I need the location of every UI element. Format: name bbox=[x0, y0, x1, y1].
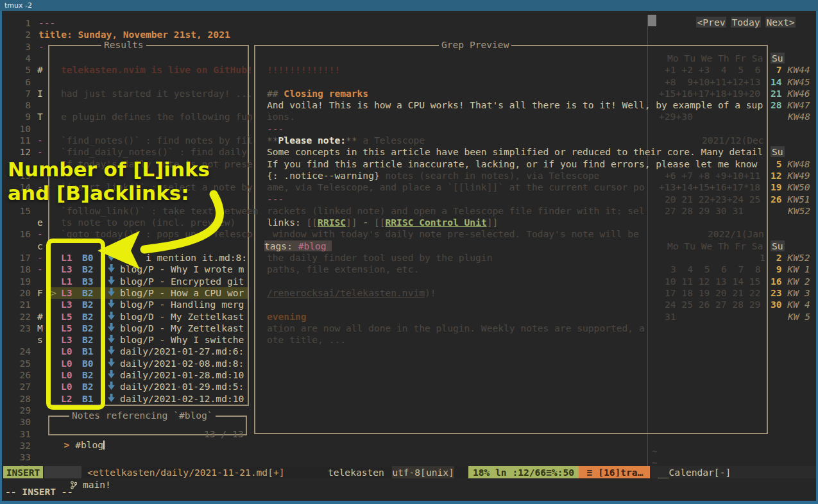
calendar-dim-week: 27 28 29 30 31 bbox=[665, 205, 744, 217]
line-number: 26 bbox=[12, 369, 31, 381]
line-number: 32 bbox=[12, 440, 31, 451]
calendar-week-label: KW48 bbox=[788, 111, 810, 122]
calendar-date[interactable]: 2 KW52 bbox=[771, 252, 810, 264]
line-number: 29 bbox=[12, 405, 31, 416]
calendar-date[interactable]: 12 KW49 bbox=[771, 170, 810, 181]
line-number: 1 bbox=[12, 17, 31, 29]
annotation-text-line1: Number of [L]inks bbox=[8, 158, 210, 181]
statusline: INSERT main! <ettelkasten/daily/2021-11-… bbox=[2, 466, 816, 478]
result-filename: daily/2021-01-29.md:5: bbox=[120, 381, 244, 392]
calendar-prev-button[interactable]: <Prev bbox=[696, 17, 726, 28]
grep-preview-panel-title: Grep Preview bbox=[439, 40, 511, 50]
filename-segment: <ettelkasten/daily/2021-11-21.md[+] bbox=[87, 466, 285, 478]
calendar-today-button[interactable]: Today bbox=[731, 17, 761, 28]
mode-indicator: INSERT bbox=[3, 466, 43, 478]
result-filename: daily/2021-02-12.md:10 bbox=[120, 393, 244, 405]
prompt-query: #blog bbox=[75, 439, 103, 450]
buffer-gutter-char: M bbox=[37, 323, 43, 334]
calendar-dim-week: 10 11 12 13 14 15 bbox=[665, 276, 760, 287]
line-number: 9 bbox=[12, 111, 31, 122]
results-dim-line: had just started it yesterday! ... bbox=[61, 88, 253, 99]
preview-line: Some concepts in this article have been … bbox=[267, 146, 767, 158]
buffer-gutter-char: - bbox=[37, 135, 43, 146]
preview-line: window with today's daily note pre-selec… bbox=[267, 228, 639, 240]
annotation-text-line2: and [B]acklinks: bbox=[8, 181, 189, 205]
result-filename: blog/P - Why I switche bbox=[120, 334, 244, 346]
calendar-date[interactable]: 26 KW51 bbox=[771, 194, 810, 205]
buffer-line-dash: - bbox=[38, 41, 44, 53]
buffer-gutter-char: F bbox=[37, 287, 43, 299]
buffer-gutter-char: - bbox=[37, 264, 43, 275]
calendar-dim-week: +8 9+10+11+12+13 bbox=[665, 76, 760, 88]
calendar-date[interactable]: 5 KW48 bbox=[771, 158, 810, 170]
line-number: 17 bbox=[12, 252, 31, 264]
calendar-date[interactable]: 9 KW 1 bbox=[771, 264, 810, 275]
preview-line: If you find this article inaccurate, lac… bbox=[267, 158, 767, 170]
calendar-date[interactable]: 16 KW 2 bbox=[771, 276, 810, 287]
line-number: 25 bbox=[12, 358, 31, 369]
calendar-week-label: KW52 bbox=[788, 205, 810, 217]
plugin-name: telekasten bbox=[328, 466, 384, 478]
line-number: 31 bbox=[12, 428, 31, 440]
calendar-su-header: Su bbox=[771, 53, 785, 64]
prompt-counter: 13 / 13 bbox=[204, 428, 244, 440]
preview-line: **Please note:** a Telescope bbox=[267, 135, 425, 146]
line-number: 5 bbox=[12, 64, 31, 76]
preview-line: !!!!!!!!!!!!! bbox=[267, 64, 340, 76]
calendar-date[interactable]: 30 KW 4 bbox=[771, 299, 810, 310]
down-arrow-icon bbox=[108, 323, 115, 334]
line-number: 6 bbox=[12, 76, 31, 88]
preview-line: {: .notice--warning} notes (search in no… bbox=[267, 170, 599, 181]
prompt-panel-title: Notes referencing `#blog` bbox=[69, 410, 216, 421]
calendar-date[interactable]: 28 KW47 bbox=[771, 99, 810, 111]
line-number: 19 bbox=[12, 276, 31, 287]
preview-line: ote title, ... bbox=[267, 334, 346, 346]
empty-line-tilde: ~ bbox=[652, 446, 658, 457]
calendar-dim-week: +6 +7 +8 +9+10+11 bbox=[665, 170, 760, 181]
down-arrow-icon bbox=[108, 346, 115, 357]
prompt-input[interactable]: > #blog bbox=[53, 428, 105, 439]
down-arrow-icon bbox=[108, 381, 115, 392]
calendar-date[interactable]: 7 KW44 bbox=[771, 64, 810, 76]
window-title: tmux -2 bbox=[4, 1, 32, 10]
calendar-dim-weekdays: Mo Tu We Th Fr Sa bbox=[667, 240, 763, 252]
preview-line: /renerocksai/telekasten.nvim)! bbox=[267, 287, 436, 299]
buffer-gutter-char: s bbox=[37, 334, 43, 346]
line-number: 8 bbox=[12, 99, 31, 111]
line-number: 2 bbox=[12, 29, 31, 40]
window-separator-grip[interactable] bbox=[648, 15, 656, 26]
tab-segment[interactable]: ≡ [16]tra… bbox=[579, 466, 651, 478]
buffer-gutter-char: - bbox=[37, 228, 43, 240]
line-number: 15 bbox=[12, 205, 31, 217]
line-number: 22 bbox=[12, 311, 31, 323]
buffer-gutter-char: T bbox=[37, 111, 43, 122]
calendar-dim-week: 17 18 19 20 21 22 bbox=[665, 287, 760, 299]
calendar-dim-weekdays: Mo Tu We Th Fr Sa bbox=[667, 53, 763, 64]
preview-line: ation are now all done in the plugin. We… bbox=[267, 323, 767, 334]
calendar-date[interactable]: 14 KW45 bbox=[771, 76, 810, 88]
preview-line: evening bbox=[267, 311, 307, 323]
calendar-dim-week: 20 21 22+23+24 25 bbox=[665, 194, 760, 205]
git-branch-label: main! bbox=[83, 479, 111, 490]
encoding-segment: utf-8[unix] bbox=[392, 466, 454, 478]
calendar-next-button[interactable]: Next> bbox=[765, 17, 796, 28]
cursor-position-segment: 18% ln :12/66≡%:50 bbox=[468, 466, 579, 478]
line-number: 27 bbox=[12, 381, 31, 392]
calendar-date[interactable]: 21 KW46 bbox=[771, 88, 810, 99]
calendar-date[interactable]: 19 KW50 bbox=[771, 181, 810, 193]
line-number: 24 bbox=[12, 346, 31, 357]
preview-line: --- bbox=[267, 123, 284, 135]
calendar-dim-week: 24 25 26 27 28 29 bbox=[665, 299, 760, 310]
preview-line: paths, file extension, etc. bbox=[267, 264, 419, 275]
buffer-gutter-char: # bbox=[37, 311, 43, 323]
buffer-gutter-char: # bbox=[37, 64, 43, 76]
git-branch-segment: main! bbox=[44, 466, 81, 478]
buffer-gutter-char: - bbox=[37, 252, 43, 264]
result-filename: blog/P - Handling merg bbox=[120, 299, 244, 310]
preview-line: --- bbox=[267, 194, 284, 205]
preview-line: ions. bbox=[267, 111, 295, 122]
calendar-su-header: Su bbox=[771, 240, 785, 252]
calendar-su-header: Su bbox=[771, 146, 785, 158]
calendar-date[interactable]: 23 KW 3 bbox=[771, 287, 810, 299]
preview-line: ## Closing remarks bbox=[267, 88, 368, 99]
